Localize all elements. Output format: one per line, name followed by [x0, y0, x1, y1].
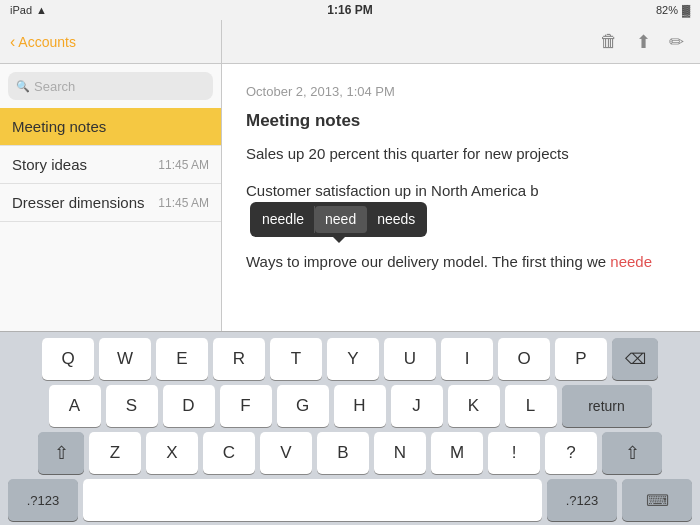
- key-q[interactable]: Q: [42, 338, 94, 380]
- list-item[interactable]: Story ideas 11:45 AM: [0, 146, 221, 184]
- app-container: ‹ Accounts 🗑 ⬆ ✏ 🔍 Search Meeting notes: [0, 20, 700, 525]
- key-a[interactable]: A: [49, 385, 101, 427]
- keyboard-bottom-row: .?123 .?123 ⌨: [4, 479, 696, 521]
- keyboard-row-1: Q W E R T Y U I O P ⌫: [4, 338, 696, 380]
- list-item[interactable]: Meeting notes: [0, 108, 221, 146]
- top-toolbar: ‹ Accounts 🗑 ⬆ ✏: [0, 20, 700, 64]
- key-u[interactable]: U: [384, 338, 436, 380]
- item-title: Meeting notes: [12, 118, 106, 135]
- status-left: iPad ▲: [10, 4, 47, 16]
- num-key-right[interactable]: .?123: [547, 479, 617, 521]
- sidebar-nav-header: ‹ Accounts: [0, 20, 222, 63]
- highlight-word: neede: [610, 253, 652, 270]
- shift-right-key[interactable]: ⇧: [602, 432, 662, 474]
- key-j[interactable]: J: [391, 385, 443, 427]
- key-k[interactable]: K: [448, 385, 500, 427]
- item-time: 11:45 AM: [158, 196, 209, 210]
- key-x[interactable]: X: [146, 432, 198, 474]
- key-v[interactable]: V: [260, 432, 312, 474]
- key-f[interactable]: F: [220, 385, 272, 427]
- keyboard: Q W E R T Y U I O P ⌫ A S D F G H J K L …: [0, 331, 700, 525]
- key-g[interactable]: G: [277, 385, 329, 427]
- note-line-1: Sales up 20 percent this quarter for new…: [246, 143, 676, 166]
- notes-list: Meeting notes Story ideas 11:45 AM Dress…: [0, 108, 221, 331]
- key-p[interactable]: P: [555, 338, 607, 380]
- key-r[interactable]: R: [213, 338, 265, 380]
- content-area: 🔍 Search Meeting notes Story ideas 11:45…: [0, 64, 700, 331]
- space-key[interactable]: [83, 479, 542, 521]
- key-t[interactable]: T: [270, 338, 322, 380]
- chevron-left-icon: ‹: [10, 33, 15, 51]
- search-bar[interactable]: 🔍 Search: [8, 72, 213, 100]
- key-d[interactable]: D: [163, 385, 215, 427]
- wifi-icon: ▲: [36, 4, 47, 16]
- key-y[interactable]: Y: [327, 338, 379, 380]
- sidebar: 🔍 Search Meeting notes Story ideas 11:45…: [0, 64, 222, 331]
- note-line-2: Customer satisfaction up in North Americ…: [246, 180, 676, 238]
- status-right: 82% ▓: [656, 4, 690, 16]
- ipad-label: iPad: [10, 4, 32, 16]
- key-n[interactable]: N: [374, 432, 426, 474]
- search-icon: 🔍: [16, 80, 30, 93]
- ac-option-need[interactable]: need: [315, 206, 367, 233]
- note-title: Meeting notes: [246, 111, 676, 131]
- key-i[interactable]: I: [441, 338, 493, 380]
- num-key-left[interactable]: .?123: [8, 479, 78, 521]
- status-time: 1:16 PM: [327, 3, 372, 17]
- battery-icon: ▓: [682, 4, 690, 16]
- delete-icon[interactable]: 🗑: [600, 31, 618, 52]
- key-b[interactable]: B: [317, 432, 369, 474]
- item-title: Story ideas: [12, 156, 87, 173]
- item-time: 11:45 AM: [158, 158, 209, 172]
- key-s[interactable]: S: [106, 385, 158, 427]
- key-exclaim[interactable]: !: [488, 432, 540, 474]
- key-question[interactable]: ?: [545, 432, 597, 474]
- ac-option-needs[interactable]: needs: [367, 206, 425, 233]
- keyboard-row-2: A S D F G H J K L return: [4, 385, 696, 427]
- key-w[interactable]: W: [99, 338, 151, 380]
- return-key[interactable]: return: [562, 385, 652, 427]
- key-h[interactable]: H: [334, 385, 386, 427]
- note-area[interactable]: October 2, 2013, 1:04 PM Meeting notes S…: [222, 64, 700, 331]
- list-item[interactable]: Dresser dimensions 11:45 AM: [0, 184, 221, 222]
- keyboard-row-3: ⇧ Z X C V B N M ! ? ⇧: [4, 432, 696, 474]
- note-line-3: Ways to improve our delivery model. The …: [246, 251, 676, 274]
- note-date: October 2, 2013, 1:04 PM: [246, 84, 676, 99]
- key-m[interactable]: M: [431, 432, 483, 474]
- toolbar-actions: 🗑 ⬆ ✏: [600, 31, 700, 53]
- delete-key[interactable]: ⌫: [612, 338, 658, 380]
- search-placeholder: Search: [34, 79, 75, 94]
- battery-label: 82%: [656, 4, 678, 16]
- shift-key[interactable]: ⇧: [38, 432, 84, 474]
- autocorrect-popup: needle need needs: [250, 202, 427, 237]
- keyboard-dismiss-key[interactable]: ⌨: [622, 479, 692, 521]
- key-l[interactable]: L: [505, 385, 557, 427]
- back-button[interactable]: ‹ Accounts: [10, 33, 76, 51]
- item-title: Dresser dimensions: [12, 194, 145, 211]
- status-bar: iPad ▲ 1:16 PM 82% ▓: [0, 0, 700, 20]
- back-label: Accounts: [18, 34, 76, 50]
- note-line-2-text: Customer satisfaction up in North Americ…: [246, 182, 539, 199]
- edit-icon[interactable]: ✏: [669, 31, 684, 53]
- key-c[interactable]: C: [203, 432, 255, 474]
- ac-option-needle[interactable]: needle: [252, 206, 315, 233]
- key-e[interactable]: E: [156, 338, 208, 380]
- share-icon[interactable]: ⬆: [636, 31, 651, 53]
- key-o[interactable]: O: [498, 338, 550, 380]
- key-z[interactable]: Z: [89, 432, 141, 474]
